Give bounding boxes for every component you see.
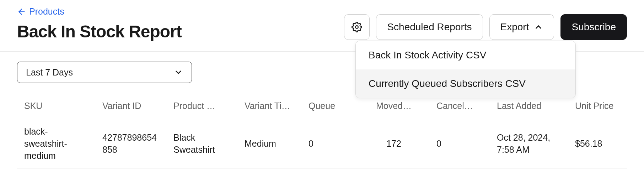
th-unit-price[interactable]: Unit Price bbox=[568, 101, 627, 111]
td-last-added: Oct 28, 2024, 7:58 AM bbox=[490, 132, 568, 156]
td-queue: 0 bbox=[301, 138, 358, 150]
date-range-value: Last 7 Days bbox=[26, 67, 73, 78]
th-queue[interactable]: Queue bbox=[301, 101, 358, 111]
settings-button[interactable] bbox=[344, 14, 370, 40]
table-row[interactable]: black-sweatshirt-medium 42787898654858 B… bbox=[17, 119, 627, 168]
th-last-added[interactable]: Last Added bbox=[490, 101, 568, 111]
date-range-select[interactable]: Last 7 Days bbox=[17, 62, 192, 83]
td-variant-id: 42787898654858 bbox=[95, 132, 166, 156]
scheduled-reports-label: Scheduled Reports bbox=[387, 21, 472, 33]
td-moved: 172 bbox=[358, 138, 429, 150]
td-variant-title: Medium bbox=[237, 138, 301, 150]
report-table: SKU Variant ID Product … Variant Ti… Que… bbox=[0, 93, 644, 168]
action-bar: Scheduled Reports Export Subscribe bbox=[344, 14, 627, 40]
th-moved[interactable]: Moved… bbox=[358, 101, 429, 111]
th-variant-id[interactable]: Variant ID bbox=[95, 101, 166, 111]
td-unit-price: $56.18 bbox=[568, 138, 627, 150]
export-button[interactable]: Export bbox=[489, 14, 554, 40]
th-variant-title[interactable]: Variant Ti… bbox=[237, 101, 301, 111]
svg-point-1 bbox=[356, 26, 359, 28]
page-title: Back In Stock Report bbox=[17, 22, 182, 41]
th-product[interactable]: Product … bbox=[166, 101, 237, 111]
back-link-label: Products bbox=[29, 6, 64, 17]
back-link-products[interactable]: Products bbox=[17, 6, 182, 17]
chevron-down-icon bbox=[174, 68, 183, 77]
td-cancel: 0 bbox=[429, 138, 490, 150]
arrow-left-icon bbox=[17, 7, 26, 16]
export-option-queued-subscribers-csv[interactable]: Currently Queued Subscribers CSV bbox=[356, 69, 575, 98]
subscribe-button[interactable]: Subscribe bbox=[560, 14, 627, 40]
gear-icon bbox=[351, 22, 362, 32]
export-dropdown: Back In Stock Activity CSV Currently Que… bbox=[355, 41, 576, 98]
td-sku: black-sweatshirt-medium bbox=[17, 126, 95, 162]
scheduled-reports-button[interactable]: Scheduled Reports bbox=[376, 14, 483, 40]
th-sku[interactable]: SKU bbox=[17, 101, 95, 111]
subscribe-label: Subscribe bbox=[571, 21, 616, 33]
chevron-up-icon bbox=[534, 22, 543, 32]
export-option-activity-csv[interactable]: Back In Stock Activity CSV bbox=[356, 41, 575, 69]
export-label: Export bbox=[500, 21, 529, 33]
td-product: Black Sweatshirt bbox=[166, 132, 237, 156]
th-cancel[interactable]: Cancel… bbox=[429, 101, 490, 111]
